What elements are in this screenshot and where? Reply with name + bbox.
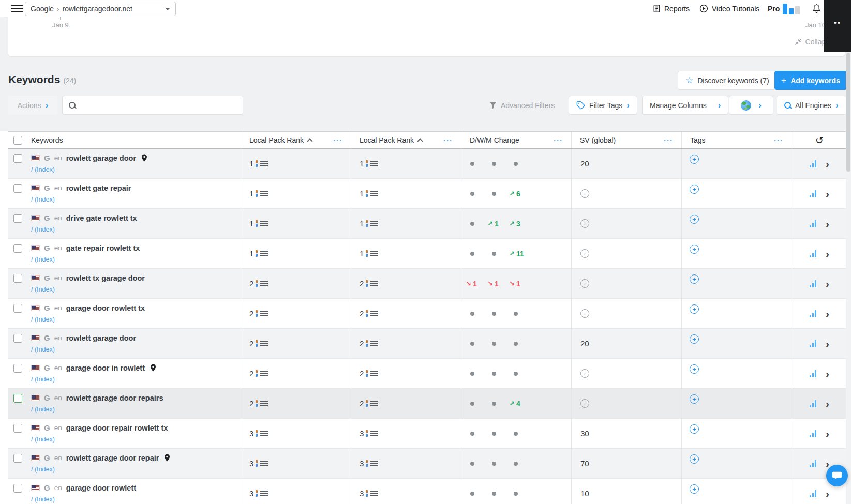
table-row[interactable]: G en garage door rowlett tx / (Index) 2 … bbox=[8, 299, 847, 329]
video-tutorials-link[interactable]: Video Tutorials bbox=[699, 0, 759, 17]
add-tag-button[interactable]: + bbox=[690, 424, 699, 434]
add-tag-button[interactable]: + bbox=[690, 484, 699, 494]
reports-link[interactable]: Reports bbox=[653, 0, 690, 17]
row-expand-chevron[interactable]: › bbox=[826, 308, 829, 319]
add-tag-button[interactable]: + bbox=[690, 364, 699, 374]
row-checkbox[interactable] bbox=[13, 244, 22, 253]
column-header-tags[interactable]: Tags ··· bbox=[681, 132, 792, 148]
add-tag-button[interactable]: + bbox=[690, 274, 699, 284]
add-tag-button[interactable]: + bbox=[690, 394, 699, 404]
select-all-checkbox[interactable] bbox=[13, 136, 22, 145]
filter-tags-button[interactable]: Filter Tags › bbox=[569, 96, 637, 115]
row-checkbox[interactable] bbox=[13, 454, 22, 463]
keyword-search-box[interactable] bbox=[62, 96, 243, 115]
column-menu-icon[interactable]: ··· bbox=[554, 136, 563, 145]
scrollbar-thumb[interactable] bbox=[846, 53, 850, 172]
row-expand-chevron[interactable]: › bbox=[826, 278, 829, 289]
row-checkbox[interactable] bbox=[13, 154, 22, 163]
table-row[interactable]: G en drive gate rowlett tx / (Index) 1 1 bbox=[8, 209, 847, 239]
row-checkbox[interactable] bbox=[13, 484, 22, 493]
side-panel-toggle[interactable]: •• bbox=[824, 0, 851, 52]
info-icon[interactable]: i bbox=[580, 189, 589, 198]
landing-page-link[interactable]: / (Index) bbox=[31, 196, 55, 203]
column-menu-icon[interactable]: ··· bbox=[443, 136, 453, 145]
row-expand-chevron[interactable]: › bbox=[826, 188, 829, 199]
rank-chart-icon[interactable] bbox=[810, 280, 816, 287]
table-row[interactable]: G en garage door rowlett / (Index) 3 3 bbox=[8, 479, 847, 504]
row-checkbox[interactable] bbox=[13, 184, 22, 193]
chat-widget-button[interactable] bbox=[826, 465, 848, 486]
project-selector[interactable]: Google › rowlettgaragedoor.net bbox=[25, 2, 176, 16]
row-expand-chevron[interactable]: › bbox=[826, 488, 829, 499]
scrollbar[interactable] bbox=[846, 52, 851, 504]
table-row[interactable]: G en rowlett garage door / (Index) 1 bbox=[8, 149, 847, 179]
row-expand-chevron[interactable]: › bbox=[826, 158, 829, 169]
column-header-dwm-change[interactable]: D/W/M Change ··· bbox=[461, 132, 571, 148]
landing-page-link[interactable]: / (Index) bbox=[31, 346, 55, 353]
add-tag-button[interactable]: + bbox=[690, 334, 699, 344]
rank-chart-icon[interactable] bbox=[810, 250, 816, 257]
add-tag-button[interactable]: + bbox=[690, 245, 699, 254]
rank-chart-icon[interactable] bbox=[810, 310, 816, 317]
column-menu-icon[interactable]: ··· bbox=[333, 136, 342, 145]
rank-chart-icon[interactable] bbox=[810, 400, 816, 407]
all-engines-button[interactable]: All Engines › bbox=[777, 96, 847, 115]
row-checkbox[interactable] bbox=[13, 304, 22, 313]
advanced-filters-button[interactable]: Advanced Filters bbox=[489, 96, 555, 115]
row-checkbox[interactable] bbox=[13, 214, 22, 223]
usage-bars-icon[interactable] bbox=[783, 3, 800, 14]
table-row[interactable]: G en rowlett garage door / (Index) 2 2 bbox=[8, 329, 847, 359]
info-icon[interactable]: i bbox=[580, 219, 589, 228]
landing-page-link[interactable]: / (Index) bbox=[31, 316, 55, 323]
table-row[interactable]: G en rowlett garage door repairs / (Inde… bbox=[8, 389, 847, 419]
add-keywords-button[interactable]: + Add keywords bbox=[774, 71, 847, 90]
row-checkbox[interactable] bbox=[13, 394, 22, 403]
landing-page-link[interactable]: / (Index) bbox=[31, 286, 55, 293]
add-tag-button[interactable]: + bbox=[690, 304, 699, 314]
notifications-button[interactable] bbox=[812, 0, 822, 17]
add-tag-button[interactable]: + bbox=[690, 185, 699, 194]
row-expand-chevron[interactable]: › bbox=[826, 458, 829, 469]
table-row[interactable]: G en rowlett tx garage door / (Index) 2 … bbox=[8, 269, 847, 299]
info-icon[interactable]: i bbox=[580, 279, 589, 288]
search-input[interactable] bbox=[80, 101, 236, 110]
rank-chart-icon[interactable] bbox=[810, 220, 816, 227]
row-expand-chevron[interactable]: › bbox=[826, 338, 829, 349]
add-tag-button[interactable]: + bbox=[690, 155, 699, 164]
landing-page-link[interactable]: / (Index) bbox=[31, 376, 55, 383]
rank-chart-icon[interactable] bbox=[810, 370, 816, 377]
column-header-local-pack-rank-1[interactable]: Local Pack Rank ··· bbox=[241, 132, 351, 148]
history-icon[interactable]: ↺ bbox=[815, 134, 824, 146]
info-icon[interactable]: i bbox=[580, 399, 589, 408]
row-expand-chevron[interactable]: › bbox=[826, 218, 829, 229]
rank-chart-icon[interactable] bbox=[810, 460, 816, 467]
add-tag-button[interactable]: + bbox=[690, 215, 699, 224]
row-checkbox[interactable] bbox=[13, 274, 22, 283]
manage-columns-button[interactable]: Manage Columns › bbox=[642, 96, 728, 115]
row-expand-chevron[interactable]: › bbox=[826, 368, 829, 379]
info-icon[interactable]: i bbox=[580, 369, 589, 378]
discover-keywords-button[interactable]: ☆ Discover keywords (7) bbox=[678, 71, 777, 90]
rank-chart-icon[interactable] bbox=[810, 490, 816, 497]
row-expand-chevron[interactable]: › bbox=[826, 428, 829, 439]
landing-page-link[interactable]: / (Index) bbox=[31, 466, 55, 473]
rank-chart-icon[interactable] bbox=[810, 190, 816, 197]
column-menu-icon[interactable]: ··· bbox=[664, 136, 673, 145]
column-header-local-pack-rank-2[interactable]: Local Pack Rank ··· bbox=[351, 132, 461, 148]
row-expand-chevron[interactable]: › bbox=[826, 398, 829, 409]
landing-page-link[interactable]: / (Index) bbox=[31, 436, 55, 443]
table-row[interactable]: G en garage door in rowlett / (Index) 2 bbox=[8, 359, 847, 389]
table-row[interactable]: G en gate repair rowlett tx / (Index) 1 … bbox=[8, 239, 847, 269]
rank-chart-icon[interactable] bbox=[810, 160, 816, 167]
column-header-keywords[interactable]: Keywords bbox=[27, 136, 63, 144]
landing-page-link[interactable]: / (Index) bbox=[31, 496, 55, 503]
actions-button[interactable]: Actions › bbox=[8, 96, 57, 115]
menu-icon[interactable] bbox=[11, 5, 23, 12]
table-row[interactable]: G en rowlett gate repair / (Index) 1 1 bbox=[8, 179, 847, 209]
table-row[interactable]: G en rowlett garage door repair / (Index… bbox=[8, 449, 847, 479]
landing-page-link[interactable]: / (Index) bbox=[31, 166, 55, 173]
info-icon[interactable]: i bbox=[580, 249, 589, 258]
add-tag-button[interactable]: + bbox=[690, 454, 699, 464]
info-icon[interactable]: i bbox=[580, 309, 589, 318]
rank-chart-icon[interactable] bbox=[810, 430, 816, 437]
